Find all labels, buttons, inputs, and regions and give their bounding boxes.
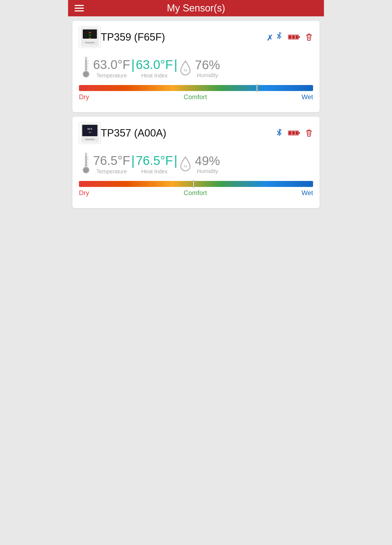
card-action-icons-2: [275, 128, 313, 138]
sensor-card-2: 83.5 46 ThermoPro TP357 (A00A): [72, 117, 320, 208]
heat-index-value-1: 63.0°F: [136, 57, 173, 72]
hamburger-menu-button[interactable]: [75, 5, 84, 11]
svg-rect-30: [289, 131, 292, 135]
device-image-1: 68 53 83 ThermoPro: [79, 26, 101, 48]
humidity-bar-1: Dry Comfort Wet: [79, 85, 313, 101]
separator-4: |: [174, 153, 177, 168]
delete-button-1[interactable]: [305, 32, 313, 42]
metrics-row-2: 76.5°F Temperature | 76.5°F Heat Index |…: [79, 152, 313, 176]
humidity-label-2: Humidity: [197, 168, 218, 174]
bar-labels-1: Dry Comfort Wet: [79, 93, 313, 101]
bar-label-comfort-1: Comfort: [184, 93, 207, 101]
humidity-indicator-2: [193, 180, 194, 188]
svg-text:%: %: [184, 164, 187, 168]
bar-label-wet-2: Wet: [302, 189, 313, 197]
bar-labels-2: Dry Comfort Wet: [79, 189, 313, 197]
card-action-icons-1: ✗: [267, 32, 313, 43]
battery-icon-1: [288, 34, 300, 40]
svg-text:%: %: [184, 68, 187, 72]
humidity-display-1: 76% Humidity: [195, 57, 220, 78]
svg-text:53: 53: [89, 34, 91, 37]
humidity-gradient-bar-2: [79, 181, 313, 187]
page-title: My Sensor(s): [167, 2, 225, 14]
thermometer-icon-1: [79, 56, 93, 80]
humidity-gradient-bar-1: [79, 85, 313, 91]
sensor-name-1: TP359 (F65F): [101, 31, 267, 43]
sensor-card-1: 68 53 83 ThermoPro TP359 (F65F) ✗: [72, 21, 320, 112]
svg-rect-9: [299, 36, 300, 38]
temperature-display-2: 76.5°F Temperature: [93, 153, 130, 175]
humidity-drop-icon-1: %: [179, 60, 192, 76]
svg-rect-23: [82, 125, 97, 136]
heat-index-display-1: 63.0°F Heat Index: [136, 57, 173, 79]
humidity-label-1: Humidity: [197, 72, 218, 78]
bluetooth-icon-1[interactable]: ✗: [267, 32, 283, 43]
svg-rect-32: [295, 131, 298, 135]
card-header-2: 83.5 46 ThermoPro TP357 (A00A): [79, 122, 313, 144]
svg-text:83.5: 83.5: [87, 128, 92, 130]
svg-point-36: [84, 168, 88, 172]
humidity-bar-2: Dry Comfort Wet: [79, 181, 313, 197]
bar-label-dry-2: Dry: [79, 189, 89, 197]
device-thumbnail-2: 83.5 46 ThermoPro: [80, 123, 100, 143]
temperature-label-1: Temperature: [96, 72, 127, 79]
metrics-row-1: 63.0°F Temperature | 63.0°F Heat Index |…: [79, 56, 313, 80]
svg-rect-10: [289, 35, 292, 39]
battery-icon-2: [288, 130, 300, 136]
humidity-drop-icon-2: %: [179, 156, 192, 172]
temperature-value-1: 63.0°F: [93, 57, 130, 72]
sensor-name-2: TP357 (A00A): [101, 127, 275, 139]
separator-2: |: [174, 57, 177, 72]
svg-rect-29: [299, 132, 300, 134]
separator-3: |: [131, 153, 135, 168]
heat-index-value-2: 76.5°F: [136, 153, 173, 168]
sensor-list: 68 53 83 ThermoPro TP359 (F65F) ✗: [68, 16, 324, 213]
thermometer-icon-2: [79, 152, 93, 176]
humidity-indicator-1: [256, 84, 258, 92]
bluetooth-icon-2[interactable]: [275, 129, 283, 137]
svg-rect-11: [292, 35, 295, 39]
app-header: My Sensor(s): [68, 0, 324, 16]
svg-rect-35: [85, 156, 87, 168]
heat-index-label-1: Heat Index: [141, 72, 168, 79]
svg-text:ThermoPro: ThermoPro: [85, 138, 94, 140]
delete-button-2[interactable]: [305, 128, 313, 138]
svg-text:83: 83: [89, 37, 91, 39]
device-image-2: 83.5 46 ThermoPro: [79, 122, 101, 144]
heat-index-label-2: Heat Index: [141, 168, 168, 175]
temperature-value-2: 76.5°F: [93, 153, 130, 168]
svg-text:68: 68: [89, 31, 91, 34]
humidity-value-1: 76%: [195, 57, 220, 72]
bar-label-wet-1: Wet: [302, 93, 313, 101]
svg-point-16: [84, 72, 88, 76]
svg-rect-31: [292, 131, 295, 135]
svg-rect-15: [85, 60, 87, 72]
bar-label-comfort-2: Comfort: [184, 189, 207, 197]
bar-label-dry-1: Dry: [79, 93, 89, 101]
humidity-value-2: 49%: [195, 153, 220, 168]
humidity-display-2: 49% Humidity: [195, 153, 220, 174]
svg-text:ThermoPro: ThermoPro: [85, 42, 94, 44]
card-header-1: 68 53 83 ThermoPro TP359 (F65F) ✗: [79, 26, 313, 48]
temperature-display-1: 63.0°F Temperature: [93, 57, 130, 79]
device-thumbnail-1: 68 53 83 ThermoPro: [80, 27, 100, 47]
svg-text:46: 46: [89, 131, 91, 134]
heat-index-display-2: 76.5°F Heat Index: [136, 153, 173, 175]
separator-1: |: [131, 57, 135, 72]
temperature-label-2: Temperature: [96, 168, 127, 175]
svg-rect-12: [295, 35, 298, 39]
